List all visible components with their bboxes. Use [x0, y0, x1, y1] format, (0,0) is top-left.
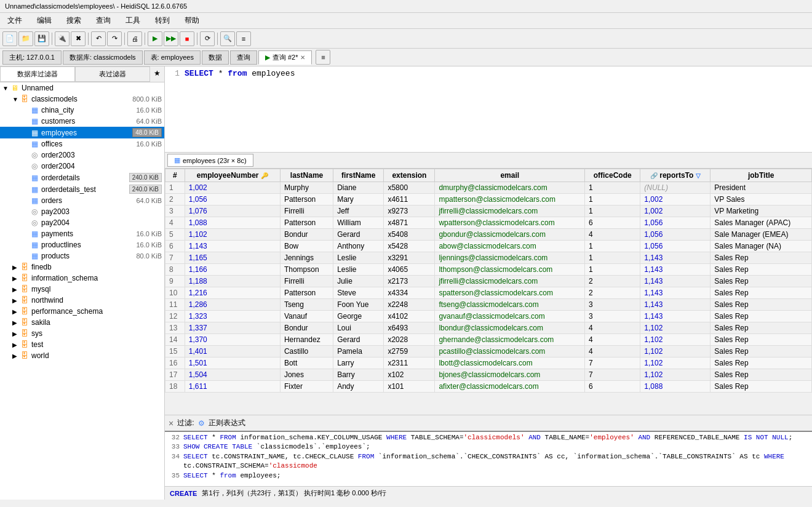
col-office-code[interactable]: officeCode	[585, 169, 640, 182]
tree-item-test[interactable]: ▶ 🗄 test	[0, 339, 164, 350]
table-row[interactable]: 151,401CastilloPamelax2759pcastillo@clas…	[165, 346, 812, 357]
toolbar-print-btn[interactable]: 🖨	[127, 31, 142, 46]
tree-item-information-schema[interactable]: ▶ 🗄 information_schema	[0, 273, 164, 284]
tree-arrow-mysql[interactable]: ▶	[12, 286, 20, 293]
tree-item-performance-schema[interactable]: ▶ 🗄 performance_schema	[0, 306, 164, 317]
toolbar-disconnect-btn[interactable]: ✖	[71, 31, 86, 46]
tree-item-sakila[interactable]: ▶ 🗄 sakila	[0, 317, 164, 328]
tree-item-offices[interactable]: ▦ offices 16.0 KiB	[0, 138, 164, 150]
col-extension[interactable]: extension	[384, 169, 435, 182]
toolbar-run-all-btn[interactable]: ▶▶	[164, 31, 178, 46]
tree-item-sys[interactable]: ▶ 🗄 sys	[0, 328, 164, 339]
col-jobtitle[interactable]: jobTitle	[710, 169, 812, 182]
toolbar-save-btn[interactable]: 💾	[34, 31, 49, 46]
toolbar-new-btn[interactable]: 📄	[2, 31, 17, 46]
toolbar-refresh-btn[interactable]: ⟳	[200, 31, 215, 46]
tree-arrow-sakila[interactable]: ▶	[12, 319, 20, 326]
tree-item-pay2003[interactable]: ◎ pay2003	[0, 206, 164, 217]
tree-arrow-test[interactable]: ▶	[12, 341, 20, 348]
toolbar-stop-btn[interactable]: ■	[180, 31, 194, 46]
tree-item-china-city[interactable]: ▦ china_city 16.0 KiB	[0, 105, 164, 116]
tree-item-employees[interactable]: ▦ employees 48.0 KiB	[0, 127, 164, 138]
tab-database[interactable]: 数据库: classicmodels	[63, 50, 143, 65]
menu-query[interactable]: 查询	[94, 14, 113, 27]
col-firstname[interactable]: firstName	[333, 169, 384, 182]
filter-close-btn[interactable]: ×	[169, 418, 173, 428]
col-hash[interactable]: #	[165, 169, 185, 182]
tree-arrow-sys[interactable]: ▶	[12, 330, 20, 337]
tab-host[interactable]: 主机: 127.0.0.1	[2, 50, 62, 65]
menu-edit[interactable]: 编辑	[34, 14, 54, 27]
tree-arrow-classicmodels[interactable]: ▼	[12, 96, 20, 103]
sidebar-tab-db[interactable]: 数据库过滤器	[0, 66, 75, 82]
menu-file[interactable]: 文件	[5, 14, 25, 27]
results-table-wrap[interactable]: # employeeNumber 🔑 lastName firstName ex…	[165, 169, 812, 415]
col-reports-to[interactable]: 🔗 reportsTo ▽	[640, 169, 710, 182]
tree-item-unnamed[interactable]: ▼ 🖥 Unnamed	[0, 82, 164, 94]
table-row[interactable]: 51,102BondurGerardx5408gbondur@classicmo…	[165, 229, 812, 241]
menu-help[interactable]: 帮助	[182, 14, 202, 27]
menu-goto[interactable]: 转到	[153, 14, 172, 27]
col-lastname[interactable]: lastName	[280, 169, 333, 182]
menu-search[interactable]: 搜索	[64, 14, 84, 27]
toolbar-open-btn[interactable]: 📁	[18, 31, 33, 46]
tree-item-customers[interactable]: ▦ customers 64.0 KiB	[0, 116, 164, 127]
table-row[interactable]: 91,188FirrelliJuliex2173jfirrelli@classi…	[165, 276, 812, 287]
tree-item-order2003[interactable]: ◎ order2003	[0, 150, 164, 161]
table-row[interactable]: 131,337BondurLouix6493lbondur@classicmod…	[165, 322, 812, 334]
tab-query2-close[interactable]: ✕	[300, 54, 305, 61]
tree-arrow-info[interactable]: ▶	[12, 275, 20, 282]
toolbar-zoom-btn[interactable]: 🔍	[220, 31, 235, 46]
table-row[interactable]: 41,088PattersonWilliamx4871wpatterson@cl…	[165, 217, 812, 229]
table-row[interactable]: 111,286TsengFoon Yuex2248ftseng@classicm…	[165, 299, 812, 311]
tab-query2[interactable]: ▶ 查询 #2* ✕	[258, 50, 312, 65]
toolbar-redo-btn[interactable]: ↷	[107, 31, 122, 46]
tree-item-classicmodels[interactable]: ▼ 🗄 classicmodels 800.0 KiB	[0, 94, 164, 105]
sql-editor[interactable]: 1 SELECT * from employees	[165, 66, 812, 153]
tree-arrow-unnamed[interactable]: ▼	[2, 85, 10, 92]
table-row[interactable]: 141,370HernandezGerardx2028ghernande@cla…	[165, 334, 812, 346]
tree-item-orderdetails-test[interactable]: ▦ orderdetails_test 240.0 KiB	[0, 183, 164, 195]
table-row[interactable]: 171,504JonesBarryx102bjones@classicmodel…	[165, 369, 812, 381]
tab-data[interactable]: 数据	[202, 50, 229, 65]
table-row[interactable]: 121,323VanaufGeorgex4102gvanauf@classicm…	[165, 311, 812, 322]
table-row[interactable]: 71,165JenningsLesliex3291ljennings@class…	[165, 252, 812, 264]
table-row[interactable]: 161,501BottLarryx2311lbott@classicmodelc…	[165, 357, 812, 369]
table-row[interactable]: 31,076FirrelliJeffx9273jfirrelli@classic…	[165, 206, 812, 217]
toolbar-run-btn[interactable]: ▶	[148, 31, 162, 46]
tree-item-mysql[interactable]: ▶ 🗄 mysql	[0, 284, 164, 295]
tree-item-payments[interactable]: ▦ payments 16.0 KiB	[0, 228, 164, 239]
toolbar-undo-btn[interactable]: ↶	[91, 31, 106, 46]
col-email[interactable]: email	[435, 169, 585, 182]
table-row[interactable]: 11,002MurphyDianex5800dmurphy@classicmod…	[165, 182, 812, 194]
tree-item-orderdetails[interactable]: ▦ orderdetails 240.0 KiB	[0, 172, 164, 183]
tab-table[interactable]: 表: employees	[144, 50, 201, 65]
toolbar-connect-btn[interactable]: 🔌	[55, 31, 70, 46]
tree-item-orders[interactable]: ▦ orders 64.0 KiB	[0, 195, 164, 206]
tree-arrow-perf[interactable]: ▶	[12, 308, 20, 315]
sidebar-tab-table[interactable]: 表过滤器	[75, 66, 150, 82]
tree-item-world[interactable]: ▶ 🗄 world	[0, 350, 164, 361]
create-label[interactable]: CREATE	[170, 490, 197, 497]
tree-item-order2004[interactable]: ◎ order2004	[0, 161, 164, 172]
tab-menu-btn[interactable]: ≡	[316, 50, 330, 65]
tree-arrow-world[interactable]: ▶	[12, 353, 20, 359]
tab-query[interactable]: 查询	[230, 50, 257, 65]
menu-tools[interactable]: 工具	[123, 14, 143, 27]
table-row[interactable]: 81,166ThompsonLesliex4065lthompson@class…	[165, 264, 812, 276]
result-tab-employees[interactable]: ▦ employees (23r × 8c)	[167, 154, 253, 167]
tree-item-pay2004[interactable]: ◎ pay2004	[0, 217, 164, 228]
toolbar-format-btn[interactable]: ≡	[236, 31, 251, 46]
sidebar-star-btn[interactable]: ★	[150, 66, 164, 82]
table-row[interactable]: 181,611FixterAndyx101afixter@classicmode…	[165, 381, 812, 393]
table-row[interactable]: 61,143BowAnthonyx5428abow@classicmodelca…	[165, 241, 812, 252]
tree-arrow-northwind[interactable]: ▶	[12, 297, 20, 304]
tree-item-productlines[interactable]: ▦ productlines 16.0 KiB	[0, 239, 164, 250]
col-employee-number[interactable]: employeeNumber 🔑	[185, 169, 280, 182]
tree-item-northwind[interactable]: ▶ 🗄 northwind	[0, 295, 164, 306]
tree-item-products[interactable]: ▦ products 80.0 KiB	[0, 250, 164, 261]
tree-item-finedb[interactable]: ▶ 🗄 finedb	[0, 261, 164, 273]
table-row[interactable]: 101,216PattersonStevex4334spatterson@cla…	[165, 287, 812, 299]
table-row[interactable]: 21,056PattersonMaryx4611mpatterson@class…	[165, 194, 812, 206]
tree-arrow-finedb[interactable]: ▶	[12, 264, 20, 271]
